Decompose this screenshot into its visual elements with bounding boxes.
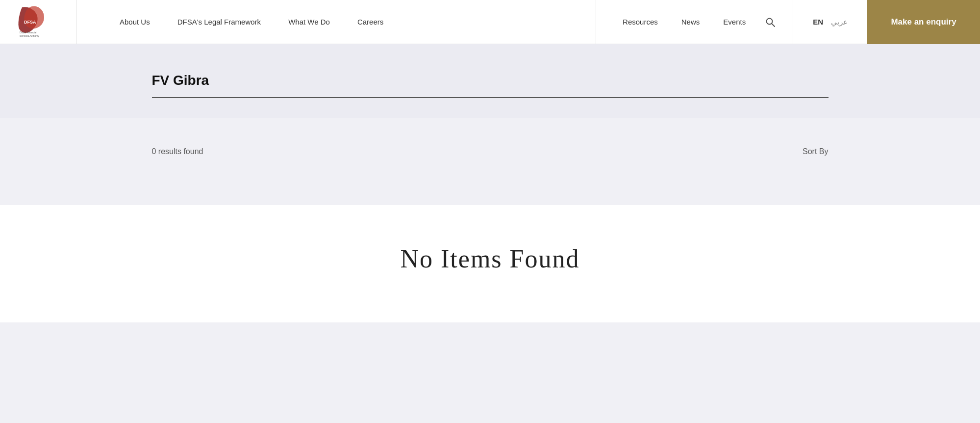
no-items-section: No items found <box>0 205 980 322</box>
nav-left: About Us DFSA's Legal Framework What We … <box>76 0 596 44</box>
search-icon-button[interactable] <box>757 0 783 44</box>
language-switcher: EN عربي <box>793 0 867 44</box>
nav-careers[interactable]: Careers <box>344 0 397 44</box>
results-count: 0 results found <box>152 147 203 156</box>
results-bar: 0 results found Sort By <box>152 147 829 156</box>
nav-resources[interactable]: Resources <box>611 0 670 44</box>
dfsa-logo: DFSA Dubai Financial Services Authority <box>17 5 59 39</box>
svg-text:DFSA: DFSA <box>24 20 36 25</box>
lang-ar-button[interactable]: عربي <box>831 18 848 26</box>
sort-by-button[interactable]: Sort By <box>803 147 828 156</box>
nav-about-us[interactable]: About Us <box>106 0 164 44</box>
search-section <box>0 44 980 118</box>
svg-text:Dubai Financial: Dubai Financial <box>20 31 36 34</box>
nav-news[interactable]: News <box>670 0 712 44</box>
no-items-title: No items found <box>74 244 907 273</box>
nav-events[interactable]: Events <box>711 0 757 44</box>
logo-area: DFSA Dubai Financial Services Authority <box>0 0 76 44</box>
search-input[interactable] <box>152 64 829 98</box>
search-icon <box>765 17 775 27</box>
svg-line-4 <box>772 24 775 26</box>
svg-text:Services Authority: Services Authority <box>20 34 40 37</box>
make-enquiry-button[interactable]: Make an enquiry <box>867 0 980 44</box>
results-section: 0 results found Sort By <box>0 118 980 205</box>
nav-right: Resources News Events <box>596 0 793 44</box>
nav-what-we-do[interactable]: What We Do <box>275 0 344 44</box>
lang-en-button[interactable]: EN <box>813 18 823 26</box>
site-header: DFSA Dubai Financial Services Authority … <box>0 0 980 44</box>
nav-legal-framework[interactable]: DFSA's Legal Framework <box>164 0 275 44</box>
